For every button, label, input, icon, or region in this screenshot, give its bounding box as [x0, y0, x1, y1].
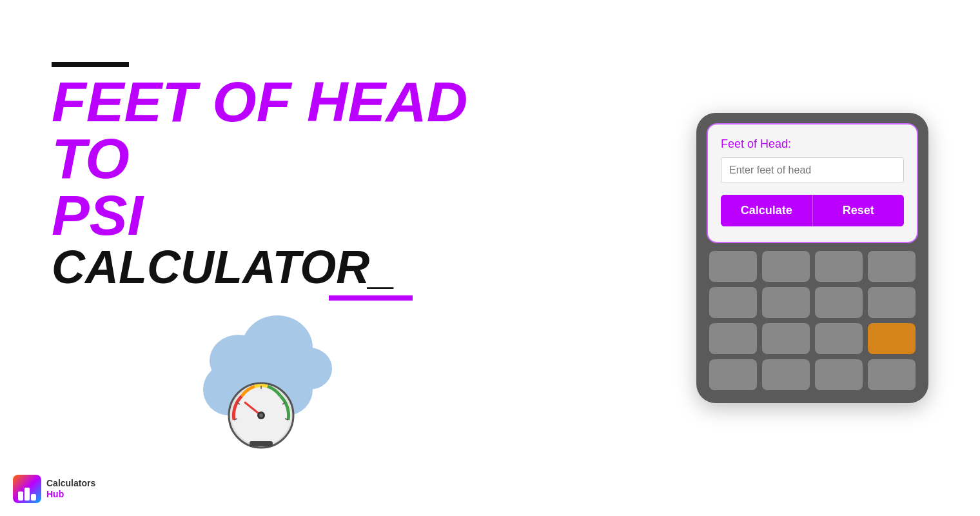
- key-12[interactable]: [709, 359, 757, 390]
- key-5[interactable]: [709, 287, 757, 318]
- key-4[interactable]: [868, 251, 916, 282]
- left-section: FEET OF HEAD TO PSI CALCULATOR_: [52, 62, 471, 454]
- key-15[interactable]: [868, 359, 916, 390]
- key-8[interactable]: [868, 287, 916, 318]
- key-7[interactable]: [815, 287, 863, 318]
- logo-hub-text: Hub: [46, 489, 95, 500]
- field-label: Feet of Head:: [721, 137, 904, 151]
- reset-button[interactable]: Reset: [812, 195, 905, 226]
- keypad-row-2: [709, 287, 916, 318]
- gauge-svg: [222, 373, 300, 451]
- purple-underline: [329, 295, 413, 301]
- logo-bar-2: [24, 488, 30, 501]
- calc-keypad: [707, 251, 918, 393]
- logo-icon: [13, 475, 41, 503]
- feet-of-head-input[interactable]: [721, 157, 904, 183]
- logo-text: Calculators Hub: [46, 478, 95, 500]
- key-6[interactable]: [762, 287, 810, 318]
- right-section: Feet of Head: Calculate Reset: [696, 113, 928, 403]
- key-1[interactable]: [709, 251, 757, 282]
- title-calculator: CALCULATOR_: [52, 244, 395, 290]
- calculate-button[interactable]: Calculate: [721, 195, 812, 226]
- calc-buttons-row: Calculate Reset: [721, 195, 904, 226]
- illustration: [52, 325, 471, 454]
- key-11[interactable]: [815, 323, 863, 354]
- key-14[interactable]: [815, 359, 863, 390]
- page-title: FEET OF HEAD TO PSI CALCULATOR_: [52, 74, 471, 306]
- logo: Calculators Hub: [13, 475, 95, 503]
- key-13[interactable]: [762, 359, 810, 390]
- key-orange[interactable]: [868, 323, 916, 354]
- key-2[interactable]: [762, 251, 810, 282]
- title-feet: FEET OF HEAD TO: [52, 74, 471, 187]
- keypad-row-1: [709, 251, 916, 282]
- keypad-row-4: [709, 359, 916, 390]
- title-psi: PSI: [52, 187, 471, 244]
- cloud-gauge-wrapper: [177, 325, 345, 454]
- logo-bar-1: [18, 491, 23, 501]
- logo-calculators-text: Calculators: [46, 478, 95, 489]
- calculator-device: Feet of Head: Calculate Reset: [696, 113, 928, 403]
- key-3[interactable]: [815, 251, 863, 282]
- keypad-row-3: [709, 323, 916, 354]
- key-10[interactable]: [762, 323, 810, 354]
- svg-rect-10: [250, 441, 273, 446]
- gauge: [222, 373, 300, 451]
- logo-bar-3: [31, 494, 36, 501]
- svg-point-9: [259, 413, 263, 417]
- black-bar: [52, 62, 129, 67]
- key-9[interactable]: [709, 323, 757, 354]
- calc-screen: Feet of Head: Calculate Reset: [707, 123, 918, 243]
